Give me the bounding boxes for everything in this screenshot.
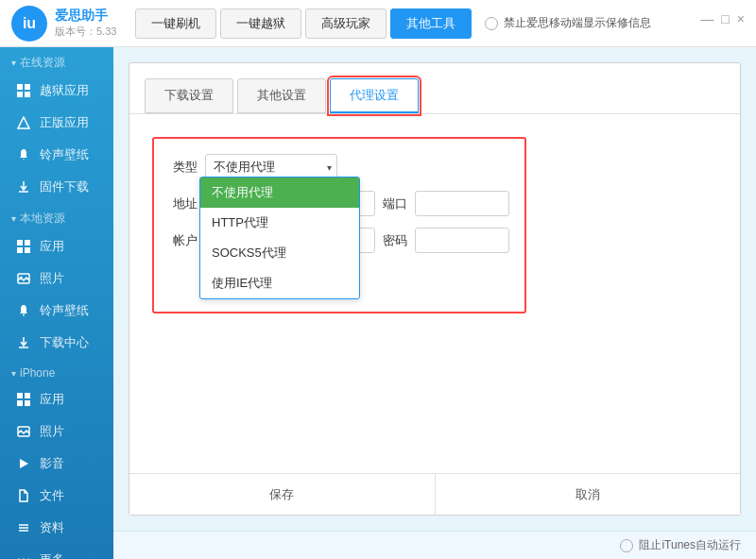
- proxy-type-input[interactable]: [205, 154, 337, 179]
- sidebar-item-iphone-data[interactable]: 资料: [0, 512, 113, 544]
- sidebar-item-genuine-apps[interactable]: 正版应用: [0, 107, 113, 139]
- section-iphone: iPhone: [0, 359, 113, 383]
- sidebar-item-iphone-files[interactable]: 文件: [0, 480, 113, 512]
- svg-marker-4: [18, 117, 29, 128]
- minimize-btn[interactable]: —: [700, 11, 713, 26]
- sidebar-label: 照片: [40, 270, 64, 287]
- bottom-bar: 阻止iTunes自动运行: [113, 531, 756, 559]
- sidebar-label: 铃声壁纸: [40, 146, 89, 163]
- port-label: 端口: [383, 195, 407, 212]
- download-icon: [15, 178, 32, 195]
- bell-icon-2: [15, 302, 32, 319]
- file-icon: [15, 487, 32, 504]
- grid-icon-2: [15, 238, 32, 255]
- download-icon-2: [15, 334, 32, 351]
- password-input[interactable]: [415, 228, 509, 253]
- proxy-form-container: 类型 ▾ 不使用代理 HTTP代理 SOCKS5代理 使用IE代理: [152, 137, 526, 313]
- sidebar-label: 更多: [40, 551, 64, 559]
- sidebar-label: 应用: [40, 391, 64, 408]
- svg-marker-17: [20, 459, 28, 468]
- sidebar-item-iphone-apps[interactable]: 应用: [0, 383, 113, 415]
- app-version: 版本号：5.33: [55, 25, 116, 39]
- tab-other-settings[interactable]: 其他设置: [237, 78, 326, 113]
- dialog-tabs: 下载设置 其他设置 代理设置: [129, 63, 740, 114]
- svg-point-11: [23, 314, 25, 316]
- sidebar-label: 正版应用: [40, 114, 89, 131]
- section-local-resources: 本地资源: [0, 203, 113, 230]
- nav-btn-jailbreak[interactable]: 一键越狱: [220, 8, 301, 39]
- list-icon: [15, 519, 32, 536]
- form-row-type: 类型 ▾: [169, 154, 509, 179]
- dropdown-item-socks5[interactable]: SOCKS5代理: [200, 238, 359, 268]
- sidebar-item-iphone-more[interactable]: 更多: [0, 544, 113, 559]
- type-label: 类型: [169, 159, 198, 176]
- bell-icon: [15, 146, 32, 163]
- dialog-footer: 保存 取消: [129, 473, 740, 515]
- sidebar-label: 下载中心: [40, 334, 89, 351]
- window-controls: — □ ×: [700, 11, 745, 26]
- cancel-button[interactable]: 取消: [436, 474, 741, 515]
- sidebar-label: 资料: [40, 519, 64, 536]
- sidebar-item-jailbreak-apps[interactable]: 越狱应用: [0, 75, 113, 107]
- sidebar-label: 影音: [40, 455, 64, 472]
- tab-proxy-settings[interactable]: 代理设置: [330, 78, 419, 113]
- svg-rect-1: [25, 84, 30, 90]
- svg-rect-3: [25, 92, 30, 97]
- image-icon-2: [15, 423, 32, 440]
- account-label: 帐户: [169, 232, 198, 249]
- svg-rect-5: [17, 240, 23, 246]
- sidebar-item-iphone-video[interactable]: 影音: [0, 448, 113, 480]
- option-repair-label: 禁止爱思移动端显示保修信息: [504, 15, 651, 31]
- svg-rect-15: [25, 400, 30, 406]
- content-area: 下载设置 其他设置 代理设置 类型 ▾: [113, 47, 756, 559]
- dialog-panel: 下载设置 其他设置 代理设置 类型 ▾: [129, 62, 741, 516]
- address-label: 地址: [169, 195, 198, 212]
- sidebar-item-apps[interactable]: 应用: [0, 230, 113, 263]
- grid-icon-3: [15, 391, 32, 408]
- app-name-version: 爱思助手 版本号：5.33: [55, 8, 116, 39]
- svg-rect-2: [17, 92, 23, 97]
- sidebar-item-firmware[interactable]: 固件下载: [0, 171, 113, 203]
- sidebar-item-photos[interactable]: 照片: [0, 263, 113, 295]
- nav-btn-flash[interactable]: 一键刷机: [135, 8, 216, 39]
- sidebar-label: 铃声壁纸: [40, 302, 89, 319]
- dialog-body: 类型 ▾ 不使用代理 HTTP代理 SOCKS5代理 使用IE代理: [129, 114, 740, 473]
- itunes-label: 阻止iTunes自动运行: [639, 537, 741, 553]
- grid-icon: [15, 82, 32, 99]
- sidebar-label: 照片: [40, 423, 64, 440]
- dropdown-item-http[interactable]: HTTP代理: [200, 208, 359, 238]
- play-icon: [15, 455, 32, 472]
- sidebar-label: 固件下载: [40, 178, 89, 195]
- dropdown-item-no-proxy[interactable]: 不使用代理: [200, 178, 359, 208]
- itunes-toggle-icon: [620, 539, 633, 552]
- itunes-option[interactable]: 阻止iTunes自动运行: [620, 537, 741, 553]
- main-layout: 在线资源 越狱应用 正版应用 铃声: [0, 47, 756, 559]
- svg-rect-6: [25, 240, 30, 246]
- dropdown-item-ie[interactable]: 使用IE代理: [200, 268, 359, 298]
- sidebar-label: 应用: [40, 238, 64, 255]
- triangle-icon: [15, 114, 32, 131]
- sidebar-label: 文件: [40, 487, 64, 504]
- app-logo: iu: [11, 6, 47, 42]
- proxy-type-select-wrapper[interactable]: ▾: [205, 154, 337, 179]
- nav-btn-other-tools[interactable]: 其他工具: [390, 8, 472, 39]
- sidebar: 在线资源 越狱应用 正版应用 铃声: [0, 47, 113, 559]
- tab-download-settings[interactable]: 下载设置: [145, 78, 233, 113]
- sidebar-item-iphone-photos[interactable]: 照片: [0, 415, 113, 448]
- close-btn[interactable]: ×: [737, 11, 745, 26]
- title-bar: iu 爱思助手 版本号：5.33 一键刷机 一键越狱 高级玩家 其他工具 禁止爱…: [0, 0, 756, 47]
- sidebar-item-download-center[interactable]: 下载中心: [0, 327, 113, 359]
- dots-icon: [15, 551, 32, 559]
- nav-btn-advanced[interactable]: 高级玩家: [305, 8, 387, 39]
- image-icon: [15, 270, 32, 287]
- option-repair-info[interactable]: 禁止爱思移动端显示保修信息: [485, 8, 651, 39]
- save-button[interactable]: 保存: [129, 474, 436, 515]
- password-label: 密码: [383, 232, 407, 249]
- sidebar-item-ringtones-local[interactable]: 铃声壁纸: [0, 295, 113, 327]
- svg-rect-13: [25, 393, 30, 398]
- maximize-btn[interactable]: □: [721, 11, 729, 26]
- sidebar-item-ringtones[interactable]: 铃声壁纸: [0, 139, 113, 171]
- top-nav: 一键刷机 一键越狱 高级玩家 其他工具 禁止爱思移动端显示保修信息: [135, 8, 745, 39]
- port-input[interactable]: [415, 191, 509, 216]
- section-online-resources: 在线资源: [0, 47, 113, 75]
